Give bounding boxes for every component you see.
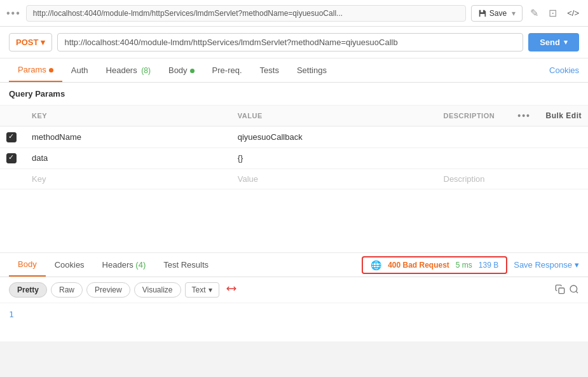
text-type-label: Text xyxy=(192,285,206,294)
pretty-button[interactable]: Pretty xyxy=(9,282,47,298)
query-params-section: Query Params KEY VALUE DESCRIPTION ••• B… xyxy=(0,83,588,189)
response-body: 1 xyxy=(0,303,588,341)
svg-rect-1 xyxy=(559,288,564,294)
send-label: Send xyxy=(540,38,560,47)
response-tab-headers[interactable]: Headers (4) xyxy=(93,254,155,276)
text-type-chevron: ▾ xyxy=(209,285,212,294)
placeholder-description[interactable]: Description xyxy=(437,169,512,189)
save-label: Save xyxy=(489,9,507,18)
method-dropdown[interactable]: POST ▾ xyxy=(9,33,52,51)
response-tabs-bar: Body Cookies Headers (4) Test Results 🌐 … xyxy=(0,253,588,277)
send-chevron: ▾ xyxy=(564,38,568,46)
col-bulk-edit[interactable]: Bulk Edit xyxy=(537,106,588,127)
wrap-icon xyxy=(226,283,237,294)
copy-button[interactable] xyxy=(555,284,565,296)
search-button[interactable] xyxy=(569,284,579,296)
wrap-button[interactable] xyxy=(226,283,237,297)
row1-key[interactable]: methodName xyxy=(25,127,231,148)
response-size: 139 B xyxy=(479,261,498,270)
save-chevron: ▾ xyxy=(512,9,516,18)
save-response-label: Save Response xyxy=(514,260,572,270)
row1-more[interactable] xyxy=(511,127,537,148)
save-response-chevron: ▾ xyxy=(575,260,579,270)
save-button[interactable]: Save ▾ xyxy=(471,5,523,22)
url-input[interactable] xyxy=(57,33,523,51)
response-tab-test-results[interactable]: Test Results xyxy=(154,254,217,276)
tab-body[interactable]: Body xyxy=(160,59,203,81)
preview-button[interactable]: Preview xyxy=(86,282,130,298)
tab-settings[interactable]: Settings xyxy=(288,59,336,81)
query-params-label: Query Params xyxy=(0,83,588,106)
window-dots: ••• xyxy=(6,8,21,19)
send-button[interactable]: Send ▾ xyxy=(528,33,579,51)
layout-icon-button[interactable]: ⊡ xyxy=(546,4,559,22)
method-chevron: ▾ xyxy=(41,38,45,47)
cookies-link[interactable]: Cookies xyxy=(549,59,579,81)
placeholder-more xyxy=(511,169,537,189)
globe-icon: 🌐 xyxy=(371,260,381,270)
col-value: VALUE xyxy=(231,106,437,127)
placeholder-key[interactable]: Key xyxy=(25,169,231,189)
placeholder-value[interactable]: Value xyxy=(231,169,437,189)
top-bar: ••• http://localhost:4040/module-lmdm/ht… xyxy=(0,0,588,27)
headers-badge: (8) xyxy=(141,66,151,75)
row1-checkbox[interactable] xyxy=(6,132,17,142)
table-row-placeholder: Key Value Description xyxy=(0,169,588,189)
body-dot xyxy=(190,69,195,73)
svg-point-2 xyxy=(570,285,577,292)
table-row: methodName qiyuesuoCallback xyxy=(0,127,588,148)
col-description: DESCRIPTION xyxy=(437,106,512,127)
response-tab-cookies[interactable]: Cookies xyxy=(46,254,93,276)
tab-tests[interactable]: Tests xyxy=(251,59,288,81)
save-response-button[interactable]: Save Response ▾ xyxy=(514,260,579,270)
format-bar: Pretty Raw Preview Visualize Text ▾ xyxy=(0,277,588,303)
headers-response-badge: (4) xyxy=(135,260,146,270)
request-tabs-bar: Params Auth Headers (8) Body Pre-req. Te… xyxy=(0,58,588,83)
code-button[interactable]: </> xyxy=(564,6,582,20)
row2-description[interactable] xyxy=(437,147,512,169)
request-bar: POST ▾ Send ▾ xyxy=(0,27,588,58)
edit-icon-button[interactable]: ✎ xyxy=(528,4,541,22)
col-check xyxy=(0,106,25,127)
tab-prereq[interactable]: Pre-req. xyxy=(203,59,251,81)
col-more: ••• xyxy=(511,106,537,127)
row1-value[interactable]: qiyuesuoCallback xyxy=(231,127,437,148)
row1-description[interactable] xyxy=(437,127,512,148)
visualize-button[interactable]: Visualize xyxy=(134,282,181,298)
response-tab-body[interactable]: Body xyxy=(9,253,46,277)
row2-more[interactable] xyxy=(511,147,537,169)
tab-auth[interactable]: Auth xyxy=(62,59,97,81)
tab-headers[interactable]: Headers (8) xyxy=(97,59,160,81)
copy-icon xyxy=(555,284,565,294)
row2-bulk xyxy=(537,147,588,169)
search-icon xyxy=(569,284,579,294)
save-icon xyxy=(478,9,487,18)
svg-line-3 xyxy=(576,291,578,293)
params-table: KEY VALUE DESCRIPTION ••• Bulk Edit meth… xyxy=(0,106,588,189)
method-label: POST xyxy=(16,38,38,47)
text-type-dropdown[interactable]: Text ▾ xyxy=(185,282,219,298)
status-box: 🌐 400 Bad Request 5 ms 139 B xyxy=(362,256,507,274)
row2-checkbox[interactable] xyxy=(6,153,17,163)
response-time: 5 ms xyxy=(456,261,472,270)
row2-value[interactable]: {} xyxy=(231,147,437,169)
table-row: data {} xyxy=(0,147,588,169)
col-key: KEY xyxy=(25,106,231,127)
empty-area xyxy=(0,189,588,253)
row2-key[interactable]: data xyxy=(25,147,231,169)
row1-bulk xyxy=(537,127,588,148)
tab-params[interactable]: Params xyxy=(9,58,62,82)
top-url-display: http://localhost:4040/module-lmdm/httpSe… xyxy=(26,5,466,22)
line-number: 1 xyxy=(9,310,14,319)
status-area: 🌐 400 Bad Request 5 ms 139 B Save Respon… xyxy=(362,256,579,274)
placeholder-bulk xyxy=(537,169,588,189)
params-dot xyxy=(49,68,53,72)
raw-button[interactable]: Raw xyxy=(51,282,83,298)
status-code: 400 Bad Request xyxy=(388,261,449,270)
